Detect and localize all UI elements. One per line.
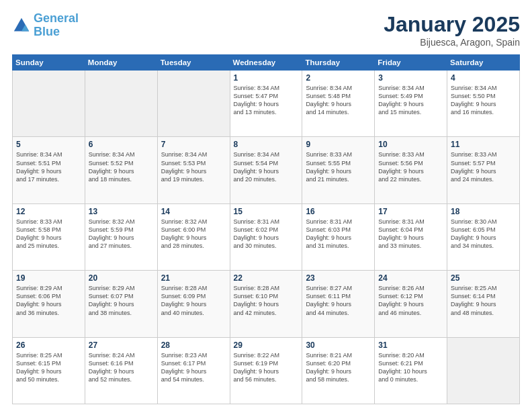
day-cell: 29Sunrise: 8:22 AMSunset: 6:19 PMDayligh… (230, 337, 302, 404)
logo: General Blue (12, 12, 79, 39)
day-info: Sunrise: 8:32 AMSunset: 6:00 PMDaylight:… (161, 218, 226, 250)
day-info: Sunrise: 8:33 AMSunset: 5:56 PMDaylight:… (378, 150, 443, 183)
calendar-table: SundayMondayTuesdayWednesdayThursdayFrid… (12, 54, 520, 404)
day-info: Sunrise: 8:34 AMSunset: 5:51 PMDaylight:… (16, 150, 81, 183)
day-number: 3 (378, 73, 443, 83)
day-cell: 25Sunrise: 8:25 AMSunset: 6:14 PMDayligh… (447, 271, 520, 337)
day-cell: 13Sunrise: 8:32 AMSunset: 5:59 PMDayligh… (85, 203, 157, 270)
day-cell: 5Sunrise: 8:34 AMSunset: 5:51 PMDaylight… (13, 137, 85, 203)
logo-icon (12, 16, 31, 35)
day-cell (85, 71, 157, 137)
day-cell: 15Sunrise: 8:31 AMSunset: 6:02 PMDayligh… (230, 203, 302, 270)
week-row-1: 5Sunrise: 8:34 AMSunset: 5:51 PMDaylight… (13, 137, 520, 203)
day-number: 18 (451, 207, 516, 216)
weekday-header-saturday: Saturday (447, 55, 520, 71)
day-info: Sunrise: 8:33 AMSunset: 5:58 PMDaylight:… (16, 218, 81, 250)
logo-line2: Blue (34, 25, 60, 38)
day-number: 5 (16, 140, 81, 149)
day-info: Sunrise: 8:29 AMSunset: 6:06 PMDaylight:… (16, 284, 81, 317)
day-cell: 14Sunrise: 8:32 AMSunset: 6:00 PMDayligh… (157, 203, 230, 270)
day-number: 28 (161, 340, 226, 350)
day-cell: 11Sunrise: 8:33 AMSunset: 5:57 PMDayligh… (447, 137, 520, 203)
weekday-header-wednesday: Wednesday (230, 55, 302, 71)
day-number: 14 (161, 207, 226, 216)
day-number: 12 (16, 207, 81, 216)
day-info: Sunrise: 8:34 AMSunset: 5:54 PMDaylight:… (234, 150, 299, 183)
weekday-header-friday: Friday (375, 55, 447, 71)
day-number: 4 (451, 73, 516, 83)
day-info: Sunrise: 8:25 AMSunset: 6:14 PMDaylight:… (451, 284, 516, 317)
weekday-header-tuesday: Tuesday (157, 55, 230, 71)
day-info: Sunrise: 8:34 AMSunset: 5:47 PMDaylight:… (234, 84, 299, 117)
day-number: 2 (306, 73, 371, 83)
weekday-header-thursday: Thursday (302, 55, 375, 71)
day-number: 1 (234, 73, 299, 83)
day-info: Sunrise: 8:22 AMSunset: 6:19 PMDaylight:… (234, 351, 299, 384)
day-cell: 2Sunrise: 8:34 AMSunset: 5:48 PMDaylight… (302, 71, 375, 137)
day-cell: 31Sunrise: 8:20 AMSunset: 6:21 PMDayligh… (375, 337, 447, 404)
day-cell: 9Sunrise: 8:33 AMSunset: 5:55 PMDaylight… (302, 137, 375, 203)
day-info: Sunrise: 8:31 AMSunset: 6:04 PMDaylight:… (378, 218, 443, 250)
week-row-3: 19Sunrise: 8:29 AMSunset: 6:06 PMDayligh… (13, 271, 520, 337)
day-info: Sunrise: 8:34 AMSunset: 5:52 PMDaylight:… (89, 150, 154, 183)
day-number: 27 (89, 340, 154, 350)
day-cell: 16Sunrise: 8:31 AMSunset: 6:03 PMDayligh… (302, 203, 375, 270)
day-info: Sunrise: 8:28 AMSunset: 6:10 PMDaylight:… (234, 284, 299, 317)
logo-text: General Blue (34, 12, 79, 39)
day-info: Sunrise: 8:27 AMSunset: 6:11 PMDaylight:… (306, 284, 371, 317)
day-cell: 12Sunrise: 8:33 AMSunset: 5:58 PMDayligh… (13, 203, 85, 270)
day-info: Sunrise: 8:34 AMSunset: 5:48 PMDaylight:… (306, 84, 371, 117)
day-cell (157, 71, 230, 137)
day-cell: 20Sunrise: 8:29 AMSunset: 6:07 PMDayligh… (85, 271, 157, 337)
day-number: 19 (16, 273, 81, 283)
day-cell: 7Sunrise: 8:34 AMSunset: 5:53 PMDaylight… (157, 137, 230, 203)
day-info: Sunrise: 8:32 AMSunset: 5:59 PMDaylight:… (89, 218, 154, 250)
day-cell: 30Sunrise: 8:21 AMSunset: 6:20 PMDayligh… (302, 337, 375, 404)
day-cell: 4Sunrise: 8:34 AMSunset: 5:50 PMDaylight… (447, 71, 520, 137)
day-number: 20 (89, 273, 154, 283)
day-number: 10 (378, 140, 443, 149)
day-info: Sunrise: 8:29 AMSunset: 6:07 PMDaylight:… (89, 284, 154, 317)
day-cell: 8Sunrise: 8:34 AMSunset: 5:54 PMDaylight… (230, 137, 302, 203)
day-cell (447, 337, 520, 404)
day-cell: 26Sunrise: 8:25 AMSunset: 6:15 PMDayligh… (13, 337, 85, 404)
day-info: Sunrise: 8:24 AMSunset: 6:16 PMDaylight:… (89, 351, 154, 384)
day-cell: 1Sunrise: 8:34 AMSunset: 5:47 PMDaylight… (230, 71, 302, 137)
day-info: Sunrise: 8:34 AMSunset: 5:49 PMDaylight:… (378, 84, 443, 117)
day-cell: 6Sunrise: 8:34 AMSunset: 5:52 PMDaylight… (85, 137, 157, 203)
day-number: 11 (451, 140, 516, 149)
day-number: 21 (161, 273, 226, 283)
week-row-4: 26Sunrise: 8:25 AMSunset: 6:15 PMDayligh… (13, 337, 520, 404)
day-number: 29 (234, 340, 299, 350)
day-number: 22 (234, 273, 299, 283)
day-info: Sunrise: 8:33 AMSunset: 5:57 PMDaylight:… (451, 150, 516, 183)
day-number: 24 (378, 273, 443, 283)
day-info: Sunrise: 8:34 AMSunset: 5:50 PMDaylight:… (451, 84, 516, 117)
day-cell: 22Sunrise: 8:28 AMSunset: 6:10 PMDayligh… (230, 271, 302, 337)
day-number: 26 (16, 340, 81, 350)
day-info: Sunrise: 8:30 AMSunset: 6:05 PMDaylight:… (451, 218, 516, 250)
day-info: Sunrise: 8:33 AMSunset: 5:55 PMDaylight:… (306, 150, 371, 183)
day-info: Sunrise: 8:25 AMSunset: 6:15 PMDaylight:… (16, 351, 81, 384)
day-info: Sunrise: 8:34 AMSunset: 5:53 PMDaylight:… (161, 150, 226, 183)
day-cell: 28Sunrise: 8:23 AMSunset: 6:17 PMDayligh… (157, 337, 230, 404)
day-number: 7 (161, 140, 226, 149)
day-number: 8 (234, 140, 299, 149)
day-info: Sunrise: 8:23 AMSunset: 6:17 PMDaylight:… (161, 351, 226, 384)
day-number: 6 (89, 140, 154, 149)
weekday-header-row: SundayMondayTuesdayWednesdayThursdayFrid… (13, 55, 520, 71)
day-cell: 18Sunrise: 8:30 AMSunset: 6:05 PMDayligh… (447, 203, 520, 270)
day-number: 30 (306, 340, 371, 350)
day-cell: 17Sunrise: 8:31 AMSunset: 6:04 PMDayligh… (375, 203, 447, 270)
day-info: Sunrise: 8:28 AMSunset: 6:09 PMDaylight:… (161, 284, 226, 317)
weekday-header-sunday: Sunday (13, 55, 85, 71)
day-cell: 21Sunrise: 8:28 AMSunset: 6:09 PMDayligh… (157, 271, 230, 337)
day-info: Sunrise: 8:26 AMSunset: 6:12 PMDaylight:… (378, 284, 443, 317)
day-cell: 10Sunrise: 8:33 AMSunset: 5:56 PMDayligh… (375, 137, 447, 203)
day-cell: 3Sunrise: 8:34 AMSunset: 5:49 PMDaylight… (375, 71, 447, 137)
day-info: Sunrise: 8:20 AMSunset: 6:21 PMDaylight:… (378, 351, 443, 384)
calendar-subtitle: Bijuesca, Aragon, Spain (384, 37, 520, 48)
day-number: 25 (451, 273, 516, 283)
week-row-0: 1Sunrise: 8:34 AMSunset: 5:47 PMDaylight… (13, 71, 520, 137)
day-number: 13 (89, 207, 154, 216)
